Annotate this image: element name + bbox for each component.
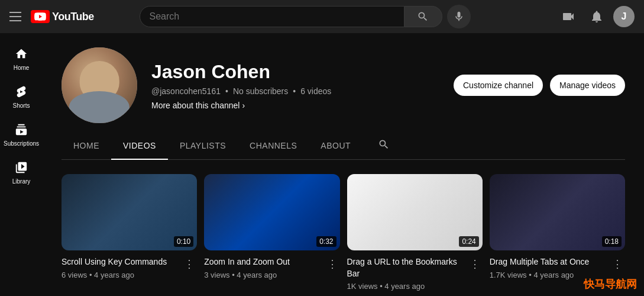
video-grid: 0:10 Scroll Using Key Commands 6 views •… [62, 174, 625, 296]
video-duration: 0:10 [174, 236, 193, 247]
video-thumbnail: 0:10 [62, 174, 197, 250]
search-area [140, 5, 471, 28]
user-avatar[interactable]: J [613, 6, 635, 27]
channel-video-count: 6 videos [300, 86, 331, 96]
more-about-link[interactable]: More about this channel › [151, 101, 439, 110]
tab-channels[interactable]: CHANNELS [238, 133, 309, 160]
video-info: Drag Multiple Tabs at Once 1.7K views • … [490, 256, 625, 279]
create-icon [561, 9, 575, 24]
video-card[interactable]: 0:24 Drag a URL to the Bookmarks Bar 1K … [347, 174, 483, 291]
sidebar-item-library[interactable]: Library [1, 154, 41, 189]
channel-name: Jason Cohen [151, 61, 439, 83]
chevron-right-icon: › [242, 101, 245, 110]
video-thumbnail: 0:24 [347, 174, 483, 250]
hamburger-menu[interactable] [9, 12, 21, 21]
create-button[interactable] [556, 5, 580, 28]
video-info: Drag a URL to the Bookmarks Bar 1K views… [347, 256, 483, 291]
yt-logo-text: YouTube [52, 11, 94, 23]
youtube-logo[interactable]: YouTube [31, 10, 94, 23]
search-input[interactable] [140, 7, 404, 27]
video-meta: 6 views • 4 years ago [62, 271, 182, 279]
shorts-icon [15, 85, 28, 100]
channel-meta: @jasoncohen5161 • No subscribers • 6 vid… [151, 86, 439, 96]
video-thumbnail: 0:18 [490, 174, 625, 250]
video-duration: 0:32 [316, 236, 336, 247]
search-icon-tabs [378, 139, 390, 150]
channel-search-button[interactable] [372, 133, 396, 159]
tab-playlists[interactable]: PLAYLISTS [168, 133, 238, 160]
video-card[interactable]: 0:18 Drag Multiple Tabs at Once 1.7K vie… [490, 174, 625, 291]
sidebar: Home Shorts Subscriptions Library [0, 33, 43, 296]
channel-actions: Customize channel Manage videos [454, 75, 625, 96]
search-button[interactable] [404, 6, 442, 27]
home-icon [15, 47, 28, 62]
bell-icon [590, 9, 604, 24]
sidebar-item-subscriptions[interactable]: Subscriptions [1, 116, 41, 152]
video-meta: 1K views • 4 years ago [347, 282, 467, 291]
tab-videos[interactable]: VIDEOS [111, 133, 168, 160]
video-meta: 3 views • 4 years ago [204, 271, 324, 279]
video-more-button[interactable]: ⋮ [325, 256, 340, 272]
video-card[interactable]: 0:10 Scroll Using Key Commands 6 views •… [62, 174, 197, 291]
library-icon [15, 161, 28, 176]
video-title: Zoom In and Zoom Out [204, 256, 324, 268]
subscriptions-icon [15, 123, 28, 138]
channel-handle: @jasoncohen5161 [151, 86, 221, 96]
avatar-body [69, 91, 130, 123]
top-navigation: YouTube J [0, 0, 644, 33]
sidebar-shorts-label: Shorts [13, 102, 30, 109]
channel-info: Jason Cohen @jasoncohen5161 • No subscri… [62, 47, 625, 123]
channel-subscribers: No subscribers [233, 86, 288, 96]
video-duration: 0:24 [459, 236, 478, 247]
sidebar-library-label: Library [12, 178, 31, 185]
video-info: Zoom In and Zoom Out 3 views • 4 years a… [204, 256, 339, 279]
video-duration: 0:18 [602, 236, 622, 247]
video-more-button[interactable]: ⋮ [182, 256, 197, 272]
video-thumbnail: 0:32 [204, 174, 339, 250]
video-meta: 1.7K views • 4 years ago [490, 271, 610, 279]
customize-channel-button[interactable]: Customize channel [454, 75, 543, 96]
channel-avatar [62, 47, 137, 123]
search-box [140, 6, 404, 27]
channel-tabs: HOME VIDEOS PLAYLISTS CHANNELS ABOUT [62, 133, 625, 160]
video-title: Drag Multiple Tabs at Once [490, 256, 610, 268]
video-card[interactable]: 0:32 Zoom In and Zoom Out 3 views • 4 ye… [204, 174, 339, 291]
video-more-button[interactable]: ⋮ [467, 256, 483, 272]
video-grid-section: 0:10 Scroll Using Key Commands 6 views •… [43, 160, 644, 296]
video-info: Scroll Using Key Commands 6 views • 4 ye… [62, 256, 197, 279]
main-content: Jason Cohen @jasoncohen5161 • No subscri… [43, 33, 644, 296]
sidebar-home-label: Home [14, 65, 30, 71]
channel-separator-2: • [293, 86, 296, 96]
video-more-button[interactable]: ⋮ [610, 256, 625, 272]
sidebar-item-home[interactable]: Home [1, 40, 41, 76]
channel-separator-1: • [225, 86, 228, 96]
mic-icon [453, 11, 465, 22]
sidebar-subscriptions-label: Subscriptions [4, 140, 39, 147]
channel-details: Jason Cohen @jasoncohen5161 • No subscri… [151, 61, 439, 110]
video-title: Scroll Using Key Commands [62, 256, 182, 268]
tab-home[interactable]: HOME [62, 133, 111, 160]
nav-left: YouTube [9, 10, 94, 23]
play-icon [34, 12, 46, 21]
notifications-button[interactable] [585, 5, 609, 28]
sidebar-item-shorts[interactable]: Shorts [1, 78, 41, 114]
mic-button[interactable] [447, 5, 471, 28]
video-title: Drag a URL to the Bookmarks Bar [347, 256, 467, 279]
manage-videos-button[interactable]: Manage videos [550, 75, 625, 96]
channel-header: Jason Cohen @jasoncohen5161 • No subscri… [43, 33, 644, 160]
channel-avatar-image [62, 47, 137, 123]
yt-logo-icon [31, 10, 50, 23]
search-icon [417, 11, 429, 22]
tab-about[interactable]: ABOUT [309, 133, 363, 160]
nav-right: J [556, 5, 635, 28]
